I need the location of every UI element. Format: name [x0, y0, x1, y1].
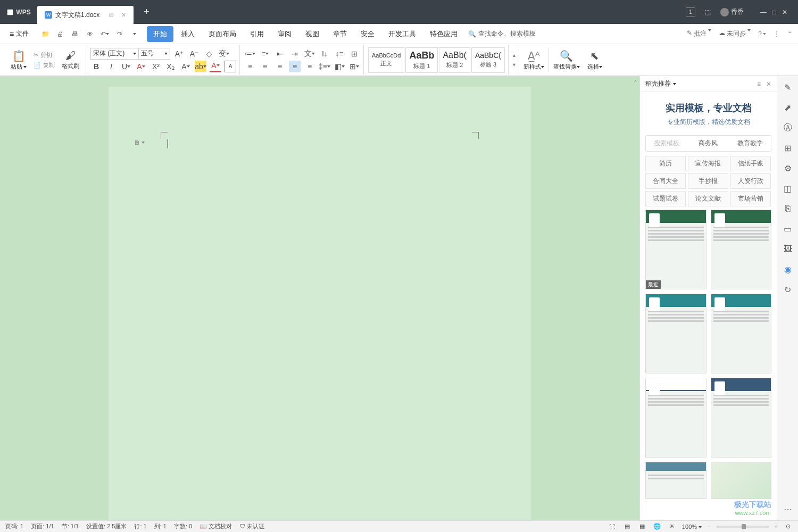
line-spacing-button[interactable]: ↕≡ — [334, 48, 345, 60]
save-icon[interactable]: 🖨 — [55, 29, 65, 39]
status-col[interactable]: 列: 1 — [154, 522, 167, 530]
status-words[interactable]: 字数: 0 — [174, 522, 192, 530]
style-scroll-down[interactable]: ▼ — [512, 62, 517, 68]
numbering-button[interactable]: ≡ — [259, 48, 271, 60]
borders-button[interactable]: ⊞ — [348, 61, 360, 72]
view-outline-icon[interactable]: ▦ — [637, 522, 647, 531]
menu-tab-3[interactable]: 引用 — [244, 26, 270, 42]
annotate-button[interactable]: ✎批注 — [687, 29, 711, 38]
rail-assets-icon[interactable]: ◫ — [782, 182, 794, 194]
style-1[interactable]: AaBb标题 1 — [405, 47, 438, 73]
category-4[interactable]: 手抄报 — [688, 173, 728, 189]
rail-style-icon[interactable]: Ⓐ — [782, 122, 794, 134]
template-thumb[interactable] — [711, 210, 772, 289]
sidepanel-close-icon[interactable]: ✕ — [766, 80, 771, 88]
cut-button[interactable]: ✂ 剪切 — [32, 51, 56, 60]
zoom-slider[interactable] — [716, 526, 769, 528]
extensions-icon[interactable]: ⬚ — [705, 9, 711, 16]
sync-button[interactable]: ☁未同步 — [719, 29, 751, 38]
rail-table-icon[interactable]: ⊞ — [782, 142, 794, 154]
align-justify-button[interactable]: ≡ — [289, 61, 301, 72]
tab-education[interactable]: 教育教学 — [729, 136, 771, 151]
paragraph-mark-icon[interactable]: 🗎 — [134, 138, 144, 147]
rail-settings-icon[interactable]: ⚙ — [782, 162, 794, 174]
tab-business[interactable]: 商务风 — [687, 136, 729, 151]
fullscreen-icon[interactable]: ⛶ — [608, 522, 617, 531]
sidepanel-title[interactable]: 稻壳推荐 — [645, 79, 676, 88]
underline-button[interactable]: U — [120, 61, 132, 72]
bold-button[interactable]: B — [90, 61, 102, 72]
category-0[interactable]: 简历 — [645, 156, 686, 171]
style-0[interactable]: AaBbCcDd正文 — [368, 47, 404, 73]
decrease-indent-button[interactable]: ⇤ — [274, 48, 286, 60]
font-name-select[interactable]: 宋体 (正文) — [90, 48, 138, 60]
close-window-button[interactable]: ✕ — [780, 7, 789, 17]
text-effect-button[interactable]: A — [180, 61, 192, 72]
category-2[interactable]: 信纸手账 — [730, 156, 771, 171]
template-thumb[interactable] — [711, 294, 772, 373]
template-thumb[interactable] — [645, 462, 706, 499]
category-7[interactable]: 论文文献 — [688, 191, 728, 206]
rail-image-icon[interactable]: 🖼 — [782, 243, 794, 255]
style-scroll-up[interactable]: ▲ — [512, 53, 517, 58]
decrease-font-icon[interactable]: A⁻ — [188, 48, 200, 60]
document-page[interactable]: 🗎 — [109, 87, 531, 520]
rail-template-icon[interactable]: ◉ — [782, 263, 794, 275]
menu-tab-1[interactable]: 插入 — [174, 26, 201, 42]
align-left-button[interactable]: ≡ — [244, 61, 256, 72]
spacing-button[interactable]: ‡≡ — [319, 61, 330, 72]
new-style-button[interactable]: A̲ᴬ 新样式 — [520, 48, 547, 72]
show-marks-button[interactable]: ⊞ — [348, 48, 360, 60]
template-search-input[interactable]: 搜索模板 — [646, 136, 687, 151]
document-area[interactable]: ˄ 🗎 — [0, 76, 639, 520]
menu-tab-8[interactable]: 开发工具 — [382, 26, 422, 42]
select-button[interactable]: ⬉ 选择 — [584, 48, 605, 72]
rail-outline-icon[interactable]: ⎘ — [782, 203, 794, 214]
bullets-button[interactable]: ≔ — [244, 48, 256, 60]
print-icon[interactable]: 🖶 — [70, 29, 80, 39]
menu-tab-0[interactable]: 开始 — [147, 26, 173, 42]
status-row[interactable]: 行: 1 — [134, 522, 146, 530]
fit-icon[interactable]: ⊙ — [783, 522, 793, 531]
copy-button[interactable]: 📄 复制 — [32, 61, 56, 70]
doc-scroll-up[interactable]: ˄ — [634, 79, 637, 88]
template-thumb[interactable] — [645, 378, 706, 458]
format-painter-button[interactable]: 🖌 格式刷 — [59, 48, 82, 72]
asian-layout-button[interactable]: Ⅰ↓ — [319, 48, 330, 60]
tab-device-icon[interactable]: ⎚ — [109, 11, 113, 19]
help-icon[interactable]: ? — [758, 30, 766, 38]
kebab-icon[interactable]: ⋮ — [774, 30, 780, 38]
align-distribute-button[interactable]: ≡ — [304, 61, 315, 72]
text-direction-button[interactable]: 文 — [304, 48, 315, 60]
menu-tab-9[interactable]: 特色应用 — [423, 26, 464, 42]
minimize-button[interactable]: — — [759, 7, 768, 17]
menu-tab-6[interactable]: 章节 — [327, 26, 353, 42]
char-border-button[interactable]: A — [225, 61, 236, 72]
menu-tab-2[interactable]: 页面布局 — [202, 26, 243, 42]
menu-tab-7[interactable]: 安全 — [354, 26, 381, 42]
category-1[interactable]: 宣传海报 — [688, 156, 728, 171]
rail-more-icon[interactable]: ⋯ — [782, 503, 794, 515]
clear-format-icon[interactable]: ◇ — [203, 48, 215, 60]
collapse-ribbon-icon[interactable]: ⌃ — [787, 30, 793, 38]
file-menu[interactable]: ≡ 文件 — [5, 27, 33, 40]
sidepanel-menu-icon[interactable]: ≡ — [757, 80, 761, 88]
new-tab-button[interactable]: + — [139, 4, 155, 20]
maximize-button[interactable]: □ — [769, 7, 779, 17]
paste-button[interactable]: 📋 粘贴 — [7, 48, 30, 72]
align-center-button[interactable]: ≡ — [259, 61, 271, 72]
align-right-button[interactable]: ≡ — [274, 61, 286, 72]
status-section[interactable]: 节: 1/1 — [62, 522, 79, 530]
rail-pen-icon[interactable]: ✎ — [782, 81, 794, 93]
user-menu[interactable]: 香香 — [720, 7, 744, 16]
increase-font-icon[interactable]: A⁺ — [173, 48, 185, 60]
font-color-button[interactable]: A — [210, 61, 221, 72]
status-setting[interactable]: 设置值: 2.5厘米 — [86, 522, 127, 530]
superscript-button[interactable]: X² — [150, 61, 162, 72]
template-thumb[interactable]: 最近 — [645, 210, 706, 289]
view-print-icon[interactable]: ▤ — [622, 522, 632, 531]
status-pageno[interactable]: 页码: 1 — [5, 522, 23, 530]
category-6[interactable]: 试题试卷 — [645, 191, 686, 206]
font-size-select[interactable]: 五号 — [138, 48, 170, 60]
view-read-icon[interactable]: ☀ — [667, 522, 677, 531]
